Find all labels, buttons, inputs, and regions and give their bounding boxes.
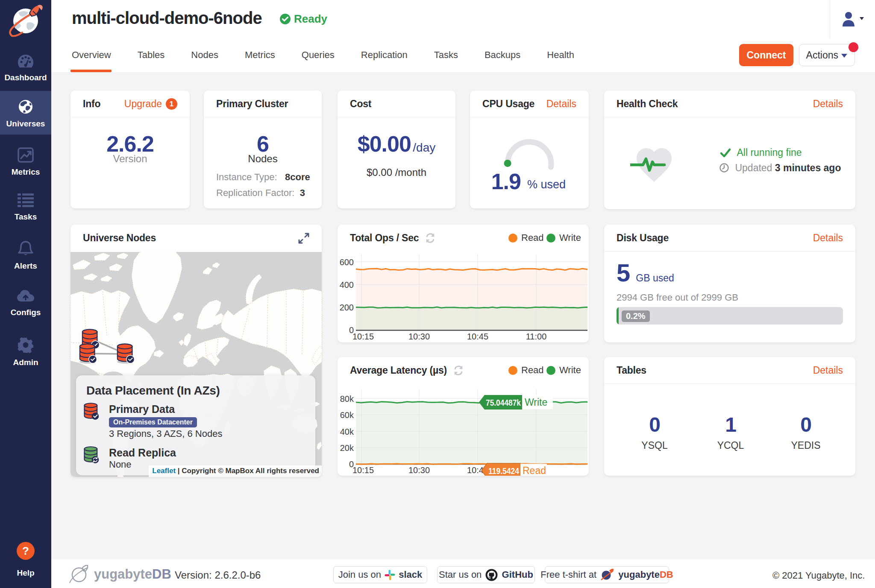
svg-text:40k: 40k [340, 427, 354, 436]
svg-text:60k: 60k [340, 410, 354, 420]
svg-text:10:30: 10:30 [408, 465, 430, 475]
svg-text:80k: 80k [340, 394, 354, 404]
svg-text:1.9: 1.9 [491, 169, 521, 194]
svg-text:10:15: 10:15 [352, 332, 374, 341]
svg-text:400: 400 [340, 280, 354, 290]
svg-text:10:15: 10:15 [352, 465, 374, 475]
svg-text:Write: Write [525, 397, 547, 408]
svg-text:10:30: 10:30 [408, 332, 430, 341]
svg-text:Read: Read [523, 465, 546, 476]
svg-text:119.5424: 119.5424 [488, 466, 520, 476]
svg-text:10:45: 10:45 [467, 332, 488, 341]
svg-text:75.04487k: 75.04487k [486, 398, 521, 407]
svg-text:20k: 20k [340, 443, 354, 453]
svg-text:11:00: 11:00 [526, 332, 547, 341]
svg-text:% used: % used [527, 178, 566, 191]
svg-text:200: 200 [340, 303, 354, 312]
svg-text:600: 600 [340, 257, 354, 267]
